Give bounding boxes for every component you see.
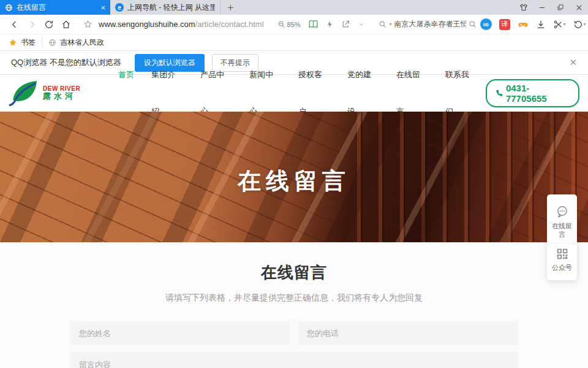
search-engine-icon <box>379 20 386 28</box>
qq-account-button[interactable]: ∞ <box>477 18 496 30</box>
restore-icon <box>557 4 564 11</box>
zoom-out-icon <box>277 20 285 28</box>
home-button[interactable] <box>58 15 75 34</box>
hero-banner: 在线留言 <box>0 112 588 242</box>
back-icon <box>10 20 20 29</box>
downloads-button[interactable] <box>532 20 549 29</box>
floating-widget-panel: 在线留言 公众号 <box>547 194 577 280</box>
notification-close-icon[interactable]: ✕ <box>569 57 577 68</box>
section-subtitle: 请填写下列表格，并尽量提供完整正确信息，我们将有专人为您回复 <box>0 293 588 304</box>
bookmark-title: 吉林省人民政府国 <box>60 37 104 48</box>
star-icon <box>9 38 17 47</box>
bookmarks-menu-button[interactable]: 书签 <box>9 37 36 48</box>
restore-button[interactable] <box>551 0 570 15</box>
bookmark-item[interactable]: 吉林省人民政府国 <box>48 37 104 48</box>
translate-button[interactable]: 译 <box>496 19 514 30</box>
phone-input[interactable] <box>298 321 518 345</box>
zoom-level: 85% <box>287 21 301 28</box>
floating-qrcode-label: 公众号 <box>552 264 573 272</box>
page-zoom-indicator[interactable]: 85% <box>277 20 301 28</box>
plus-icon <box>227 4 235 12</box>
share-icon <box>341 20 350 29</box>
address-bar[interactable]: www.sengonglushuihe.com/article/contact.… <box>83 20 264 29</box>
floating-qrcode-button[interactable]: 公众号 <box>549 243 575 276</box>
search-bar[interactable]: ▾ 南京大屠杀幸存者王恒逝世 <box>379 19 477 29</box>
bookmark-star-icon[interactable] <box>83 20 92 29</box>
tab-active[interactable]: 在线留言 × <box>0 0 110 15</box>
chat-bubble-icon <box>555 204 570 219</box>
phone-icon <box>495 89 503 98</box>
notification-message: QQ浏览器 不是您的默认浏览器 <box>11 57 121 68</box>
share-button[interactable] <box>337 15 354 34</box>
shirt-icon <box>519 3 528 12</box>
globe-icon <box>5 4 13 12</box>
logo-name-cn: 露水河 <box>43 92 80 101</box>
back-button[interactable] <box>6 15 23 34</box>
leaf-logo-icon <box>9 79 40 107</box>
scissors-icon <box>553 20 563 29</box>
refresh-icon <box>44 20 54 29</box>
tab-title: 在线留言 <box>17 2 97 13</box>
logo-text: DEW RIVER 露水河 <box>43 85 80 101</box>
game-center-button[interactable] <box>514 19 532 30</box>
history-restore-button[interactable]: ▾ <box>570 20 588 29</box>
name-input[interactable] <box>70 321 290 345</box>
hero-title: 在线留言 <box>0 166 588 197</box>
refresh-button[interactable] <box>40 15 58 34</box>
tab-title: 上网导航 - 轻快上网 从这里开始 <box>127 2 215 13</box>
message-form <box>70 321 518 368</box>
navigation-page-icon: e <box>115 3 124 12</box>
floating-message-label: 在线留言 <box>552 222 573 239</box>
screenshot-button[interactable]: ▾ <box>549 20 570 29</box>
section-title: 在线留言 <box>0 262 588 283</box>
close-window-button[interactable] <box>570 0 588 15</box>
bookmarks-label: 书签 <box>21 37 36 48</box>
bookmarks-divider <box>42 37 42 47</box>
book-icon <box>308 19 318 29</box>
search-go-icon[interactable] <box>469 20 477 28</box>
close-icon <box>575 4 583 12</box>
globe-icon <box>48 39 56 47</box>
theme-skin-button[interactable] <box>514 0 533 15</box>
home-icon <box>61 20 71 29</box>
minimize-icon <box>538 4 546 11</box>
screenshot-caret-icon[interactable]: ▾ <box>564 21 566 27</box>
form-row <box>70 321 518 345</box>
site-header: DEW RIVER 露水河 首页 集团介绍 产品中心 新闻中心 授权客户 党的建… <box>0 75 588 112</box>
chevron-down-icon <box>358 21 365 28</box>
tab-inactive[interactable]: e 上网导航 - 轻快上网 从这里开始 <box>110 0 221 15</box>
bookmarks-bar: 书签 吉林省人民政府国 <box>0 34 588 51</box>
browser-tab-bar: 在线留言 × e 上网导航 - 轻快上网 从这里开始 <box>0 0 588 15</box>
window-controls <box>514 0 588 15</box>
search-engine-caret-icon[interactable]: ▾ <box>390 21 392 27</box>
forward-icon <box>27 20 37 29</box>
message-textarea[interactable] <box>70 352 518 368</box>
phone-button[interactable]: 0431-77705655 <box>486 79 579 107</box>
phone-number: 0431-77705655 <box>506 83 570 104</box>
reading-mode-button[interactable] <box>304 15 322 34</box>
floating-message-button[interactable]: 在线留言 <box>549 201 575 243</box>
translate-badge-icon: 译 <box>499 19 510 30</box>
infinity-badge-icon: ∞ <box>480 18 492 30</box>
forward-button[interactable] <box>23 15 40 34</box>
site-logo[interactable]: DEW RIVER 露水河 <box>9 79 80 107</box>
page-content: 在线留言 请填写下列表格，并尽量提供完整正确信息，我们将有专人为您回复 <box>0 242 588 368</box>
flash-plugin-button[interactable] <box>322 15 337 34</box>
download-icon <box>536 20 546 29</box>
search-hotword[interactable]: 南京大屠杀幸存者王恒逝世 <box>394 19 466 29</box>
address-more-button[interactable] <box>354 15 369 34</box>
history-caret-icon[interactable]: ▾ <box>584 21 586 27</box>
undo-icon <box>573 20 583 29</box>
minimize-button[interactable] <box>533 0 551 15</box>
toolbar-extensions: ∞ 译 ▾ ▾ <box>477 18 588 30</box>
url-text[interactable]: www.sengonglushuihe.com/article/contact.… <box>99 20 264 29</box>
tab-close-icon[interactable]: × <box>100 4 105 12</box>
lightning-icon <box>326 20 334 28</box>
browser-toolbar: www.sengonglushuihe.com/article/contact.… <box>0 15 588 34</box>
qr-code-icon <box>556 247 569 261</box>
gamepad-icon <box>518 19 529 30</box>
new-tab-button[interactable] <box>221 0 241 15</box>
